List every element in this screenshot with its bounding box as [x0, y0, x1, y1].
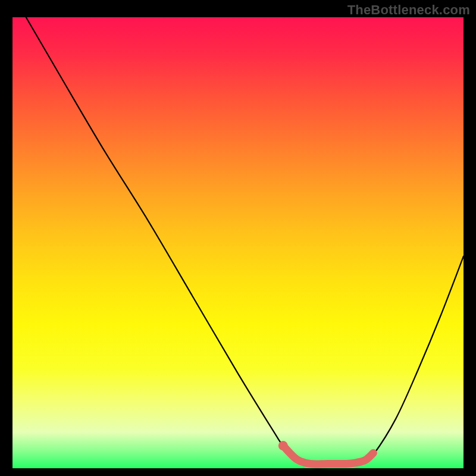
- bottleneck-curve: [26, 17, 464, 464]
- highlight-segment: [283, 446, 374, 464]
- chart-frame: TheBottleneck.com: [0, 0, 476, 476]
- plot-area: [12, 17, 464, 468]
- watermark-text: TheBottleneck.com: [347, 2, 470, 18]
- curve-layer: [12, 17, 464, 468]
- highlight-marker: [278, 441, 288, 450]
